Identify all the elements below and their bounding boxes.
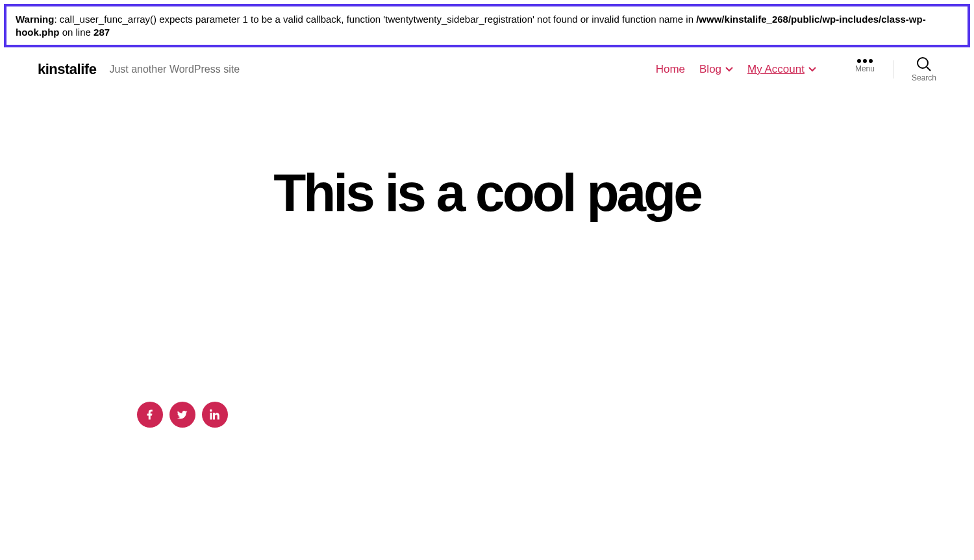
search-icon	[916, 56, 932, 72]
header-tools: Menu Search	[855, 56, 936, 82]
facebook-icon	[144, 409, 156, 420]
linkedin-icon	[209, 409, 221, 420]
site-header: kinstalife Just another WordPress site H…	[0, 51, 974, 88]
primary-nav: Home Blog My Account	[656, 63, 816, 76]
menu-toggle[interactable]: Menu	[855, 56, 875, 73]
svg-point-0	[918, 58, 928, 68]
twitter-icon	[177, 409, 188, 420]
chevron-down-icon	[725, 67, 733, 72]
chevron-down-icon	[808, 67, 816, 72]
warning-on-line: on line	[60, 27, 94, 38]
site-title[interactable]: kinstalife	[38, 61, 96, 78]
warning-message: : call_user_func_array() expects paramet…	[54, 14, 696, 25]
warning-label: Warning	[16, 14, 54, 25]
svg-line-1	[927, 67, 930, 71]
social-links	[137, 402, 974, 428]
social-linkedin[interactable]	[202, 402, 228, 428]
nav-blog-label: Blog	[699, 63, 721, 76]
nav-my-account[interactable]: My Account	[747, 63, 816, 76]
nav-home-label: Home	[656, 63, 685, 76]
social-facebook[interactable]	[137, 402, 163, 428]
dots-icon	[857, 56, 873, 63]
nav-home[interactable]: Home	[656, 63, 685, 76]
search-label: Search	[912, 73, 936, 82]
search-toggle[interactable]: Search	[912, 56, 936, 82]
nav-account-label: My Account	[747, 63, 805, 76]
menu-label: Menu	[855, 64, 875, 73]
warning-line-number: 287	[94, 27, 110, 38]
divider	[893, 60, 893, 79]
site-tagline: Just another WordPress site	[109, 64, 240, 75]
social-twitter[interactable]	[169, 402, 195, 428]
php-warning-banner: Warning: call_user_func_array() expects …	[4, 4, 970, 47]
page-title: This is a cool page	[0, 162, 974, 223]
nav-blog[interactable]: Blog	[699, 63, 733, 76]
